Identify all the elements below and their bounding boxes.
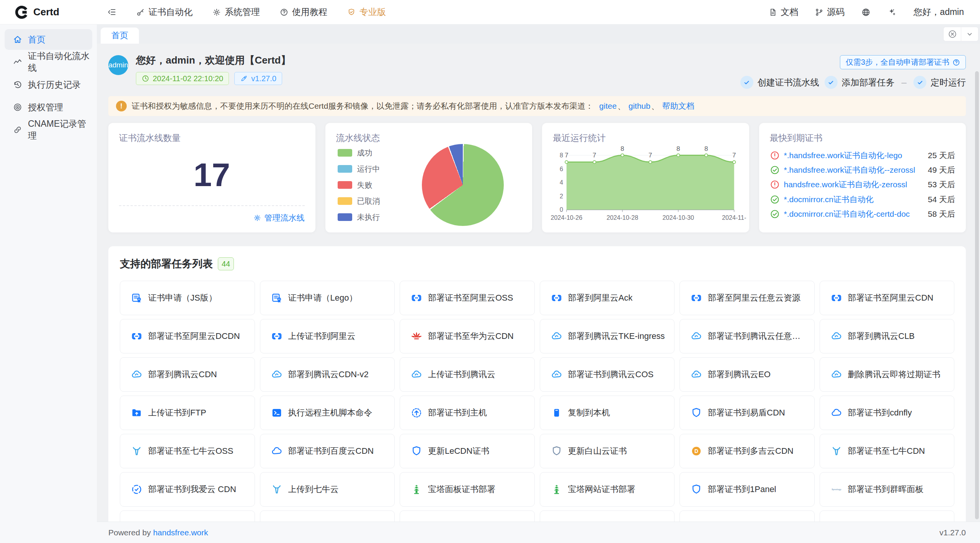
theme-button[interactable] [887,8,897,17]
task-card[interactable]: 部署到腾讯云CLB [820,319,955,353]
task-card[interactable]: 部署到腾讯云TKE-ingress [540,319,675,353]
task-card[interactable]: 部署证书到腾讯云COS [540,357,675,392]
cert-pipeline-link[interactable]: handsfree.work证书自动化-zerossl [784,179,920,190]
task-card-partial[interactable] [120,510,255,522]
folder-up-icon [131,407,142,419]
task-card[interactable]: 证书申请（JS版） [120,281,255,315]
task-card-partial[interactable] [679,510,815,522]
task-card[interactable]: 部署到腾讯云CDN [120,357,255,392]
cert-pipeline-link[interactable]: *.handsfree.work证书自动化--zerossl [784,165,920,175]
task-card[interactable]: 证书申请（Lego） [260,281,395,315]
task-card-partial[interactable] [260,510,395,522]
help-docs-link[interactable]: 帮助文档 [662,101,694,110]
user-menu[interactable]: 您好，admin [913,6,964,18]
github-link[interactable]: github [629,101,650,110]
handsfree-link[interactable]: handsfree.work [153,528,208,537]
task-card[interactable]: 部署证书到多吉云CDN [679,434,815,468]
avatar[interactable]: admin [108,55,128,75]
sidebar-item-auth[interactable]: 授权管理 [5,97,92,118]
guide-pill[interactable]: 仅需3步，全自动申请部署证书 [840,55,966,69]
task-card[interactable]: 部署到阿里云Ack [540,281,675,315]
tencent-icon [131,369,142,380]
sidebar-item-home[interactable]: 首页 [5,29,92,50]
task-card[interactable]: 上传证书到FTP [120,396,255,430]
task-card[interactable]: 上传证书到阿里云 [260,319,395,353]
gitee-link[interactable]: gitee [599,101,617,110]
language-button[interactable] [861,8,871,17]
shield-icon [691,407,702,419]
task-card[interactable]: 部署证书到易盾CDN [679,396,815,430]
legend-item[interactable]: 运行中 [338,164,380,174]
task-card[interactable]: 删除腾讯云即将过期证书 [820,357,955,392]
close-tabs-button[interactable] [943,27,961,41]
task-card[interactable]: 部署至阿里云任意云资源 [679,281,815,315]
sidebar-item-pipelines[interactable]: 证书自动化流水线 [5,52,92,72]
manage-pipelines-link[interactable]: 管理流水线 [253,213,305,223]
svg-text:8: 8 [676,144,680,152]
docs-link[interactable]: 文档 [769,6,798,18]
task-card[interactable]: 部署证书至七牛云OSS [120,434,255,468]
pie-legend: 成功运行中失败已取消未执行 [338,148,380,222]
task-card[interactable]: 部署证书到主机 [400,396,535,430]
menu-cert-automation[interactable]: 证书自动化 [136,6,193,18]
pro-badge-icon [347,8,356,16]
task-card[interactable]: 部署证书到我爱云 CDN [120,472,255,507]
task-card[interactable]: 复制到本机 [540,396,675,430]
task-card[interactable]: 执行远程主机脚本命令 [260,396,395,430]
tencent-icon [411,369,422,380]
task-card[interactable]: 部署证书到群晖面板 [820,472,955,507]
legend-swatch [338,165,352,173]
qiniu-icon [271,484,283,495]
badge-row: 2024-11-02 22:10:20 v1.27.0 [136,72,291,85]
step-add-deploy-task[interactable]: 添加部署任务 [825,76,895,89]
vertical-scrollbar[interactable] [975,71,979,519]
task-card-partial[interactable] [400,510,535,522]
history-icon [13,80,22,89]
legend-item[interactable]: 未执行 [338,212,380,222]
tencent-icon [691,369,702,380]
source-code-link[interactable]: 源码 [815,6,844,18]
task-card[interactable]: 上传证书到腾讯云 [400,357,535,392]
task-card[interactable]: 部署到腾讯云EO [679,357,815,392]
sidebar-collapse-button[interactable] [108,8,116,16]
sidebar-item-history[interactable]: 执行历史记录 [5,74,92,95]
svg-text:4: 4 [560,179,563,186]
task-card[interactable]: 上传到七牛云 [260,472,395,507]
task-card[interactable]: 更新白山云证书 [540,434,675,468]
tab-home[interactable]: 首页 [101,28,139,44]
task-card[interactable]: 宝塔面板证书部署 [400,472,535,507]
home-icon [13,35,22,44]
task-card[interactable]: 更新LeCDN证书 [400,434,535,468]
tab-menu-button[interactable] [961,27,978,41]
legend-item[interactable]: 失败 [338,180,380,190]
task-card[interactable]: 部署证书到腾讯云任意云资源 [679,319,815,353]
app-logo[interactable]: Certd [0,6,97,19]
task-card[interactable]: 部署证书到百度云CDN [260,434,395,468]
step-create-pipeline[interactable]: 创建证书流水线 [740,76,819,89]
task-card[interactable]: 部署证书至七牛CDN [820,434,955,468]
task-card[interactable]: 部署证书至华为云CDN [400,319,535,353]
success-check-icon [770,165,780,175]
cert-pipeline-link[interactable]: *.docmirror.cn证书自动化-certd-doc [784,209,920,219]
menu-tutorial[interactable]: 使用教程 [280,6,327,18]
legend-item[interactable]: 已取消 [338,196,380,206]
sidebar-item-cname[interactable]: CNAME记录管理 [5,119,92,140]
task-card[interactable]: 部署证书至阿里云DCDN [120,319,255,353]
task-card[interactable]: 部署证书至阿里云OSS [400,281,535,315]
cert-pipeline-link[interactable]: *.docmirror.cn证书自动化 [784,194,920,205]
task-card[interactable]: 部署证书至阿里云CDN [820,281,955,315]
footer-version: v1.27.0 [939,528,966,537]
task-card-partial[interactable] [540,510,675,522]
step-schedule-run[interactable]: 定时运行 [913,76,966,89]
task-card-partial[interactable] [820,510,955,522]
task-card[interactable]: 宝塔网站证书部署 [540,472,675,507]
legend-item[interactable]: 成功 [338,148,380,158]
cert-pipeline-link[interactable]: *.handsfree.work证书自动化-lego [784,150,920,161]
task-card[interactable]: 部署到腾讯云CDN-v2 [260,357,395,392]
task-card[interactable]: 部署证书到1Panel [679,472,815,507]
menu-pro-edition[interactable]: 专业版 [347,6,386,18]
days-to-expiry: 54 天后 [928,194,955,205]
version-badge[interactable]: v1.27.0 [234,72,282,85]
menu-system-management[interactable]: 系统管理 [212,6,260,18]
task-card[interactable]: 部署证书到cdnfly [820,396,955,430]
